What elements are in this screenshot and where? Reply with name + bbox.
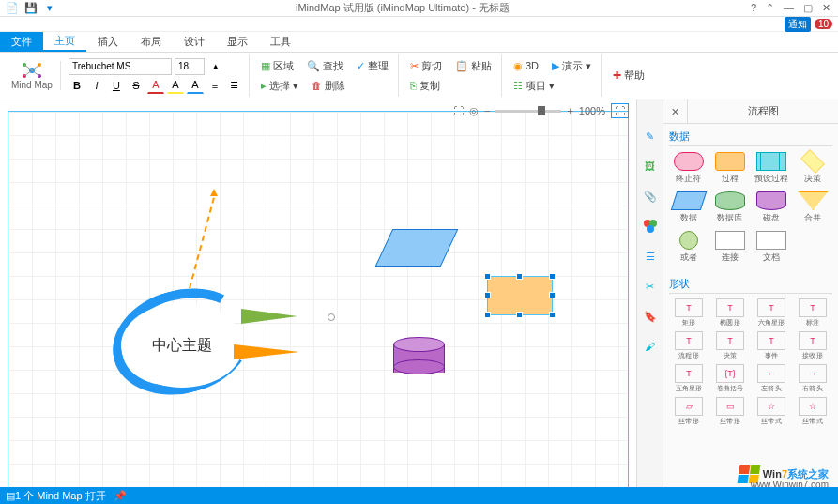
- help-icon[interactable]: ?: [751, 2, 756, 14]
- qat-dropdown-icon[interactable]: ▾: [43, 2, 56, 15]
- basic-shape-2[interactable]: T六角星形: [752, 298, 791, 328]
- shape-doc[interactable]: 文档: [753, 229, 791, 266]
- basic-shape-8[interactable]: T五角星形: [669, 363, 708, 394]
- strike-button[interactable]: S: [128, 77, 145, 94]
- clipboard-group: ✂剪切 📋粘贴 ⎘复制: [401, 54, 502, 97]
- connector-line[interactable]: [189, 197, 215, 288]
- shape-terminator[interactable]: 终止符: [669, 150, 708, 187]
- image-tool-icon[interactable]: 🖼: [642, 158, 659, 175]
- maximize-icon[interactable]: ▢: [803, 2, 813, 14]
- status-pin-icon[interactable]: 📌: [114, 490, 127, 502]
- list-button[interactable]: ≣: [226, 77, 243, 94]
- fillcolor-button[interactable]: A: [187, 77, 204, 94]
- fullscreen-icon[interactable]: ⛶: [611, 103, 629, 118]
- basic-shape-15[interactable]: ☆丝带式: [793, 396, 832, 427]
- help-button[interactable]: ✚帮助: [609, 67, 648, 84]
- highlight-button[interactable]: A: [167, 77, 184, 94]
- fontcolor-button[interactable]: A: [147, 77, 164, 94]
- copy-button[interactable]: ⎘复制: [406, 77, 444, 95]
- shape-process-rect[interactable]: [487, 276, 553, 315]
- panel-close-icon[interactable]: ✕: [663, 99, 688, 124]
- fit-icon[interactable]: ⛶: [453, 105, 464, 116]
- logo-group[interactable]: Mind Map: [4, 61, 61, 90]
- canvas[interactable]: 中心主题: [8, 111, 629, 495]
- mindmap-logo-icon: [21, 61, 43, 80]
- basic-shape-0[interactable]: T矩形: [669, 298, 708, 328]
- basic-shape-9[interactable]: {T}卷曲括号: [710, 363, 750, 394]
- zoom-out-icon[interactable]: −: [484, 105, 490, 116]
- align-button[interactable]: ≡: [206, 77, 223, 94]
- underline-button[interactable]: U: [108, 77, 125, 94]
- area-button[interactable]: ▦区域: [257, 57, 297, 75]
- font-name-input[interactable]: [69, 58, 172, 75]
- attach-tool-icon[interactable]: 📎: [642, 188, 659, 205]
- close-icon[interactable]: ✕: [822, 2, 830, 14]
- basic-shape-1[interactable]: T椭圆形: [710, 298, 750, 328]
- font-increase-icon[interactable]: ▴: [207, 58, 224, 75]
- notify-label[interactable]: 通知: [785, 17, 811, 32]
- zoom-in-icon[interactable]: +: [567, 105, 572, 116]
- notify-badge[interactable]: 10: [815, 19, 832, 29]
- shape-merge[interactable]: 合并: [794, 190, 832, 226]
- select-button[interactable]: ▸选择▾: [257, 77, 302, 95]
- tab-file[interactable]: 文件: [0, 32, 43, 52]
- paste-button[interactable]: 📋粘贴: [451, 57, 495, 75]
- shape-disk[interactable]: 磁盘: [753, 190, 791, 226]
- branch-endpoint[interactable]: [328, 313, 335, 321]
- minimize-icon[interactable]: —: [784, 2, 794, 14]
- italic-button[interactable]: I: [88, 77, 105, 94]
- tab-tools[interactable]: 工具: [259, 32, 302, 52]
- shape-onpage[interactable]: 或者: [669, 229, 708, 266]
- shape-database[interactable]: 数据库: [710, 190, 749, 226]
- bold-button[interactable]: B: [69, 77, 85, 94]
- brush-tool-icon[interactable]: 🖌: [642, 338, 659, 355]
- status-doc-icon: ▤: [6, 490, 15, 502]
- shape-predef[interactable]: 预设过程: [753, 150, 791, 187]
- tab-home[interactable]: 主页: [43, 32, 86, 52]
- save-icon[interactable]: 💾: [24, 2, 38, 15]
- present-button[interactable]: ▶演示▾: [548, 57, 595, 75]
- list-tool-icon[interactable]: ☰: [642, 248, 659, 265]
- basic-shape-3[interactable]: T标注: [793, 298, 832, 328]
- basic-shape-6[interactable]: T事件: [752, 330, 791, 361]
- shape-data[interactable]: 数据: [669, 190, 708, 226]
- cut-button[interactable]: ✂剪切: [406, 57, 446, 75]
- basic-shape-5[interactable]: T决策: [710, 330, 750, 361]
- tab-design[interactable]: 设计: [173, 32, 216, 52]
- color-tool-icon[interactable]: [642, 218, 659, 235]
- shape-process[interactable]: 过程: [710, 150, 749, 187]
- project-button[interactable]: ☷项目▾: [510, 77, 558, 95]
- branch-orange[interactable]: [234, 344, 299, 359]
- delete-button[interactable]: 🗑删除: [308, 77, 349, 95]
- tab-layout[interactable]: 布局: [130, 32, 173, 52]
- edit-tool-icon[interactable]: ✎: [642, 128, 659, 145]
- threed-button[interactable]: ◉3D: [510, 57, 542, 75]
- basic-shape-13[interactable]: ▭丝带形: [710, 396, 750, 427]
- central-topic-text[interactable]: 中心主题: [121, 303, 243, 388]
- shape-decision[interactable]: 决策: [794, 150, 832, 187]
- tab-view[interactable]: 显示: [216, 32, 259, 52]
- cut-tool-icon[interactable]: ✂: [642, 278, 659, 295]
- shape-offpage[interactable]: 连接: [710, 229, 749, 266]
- find-button[interactable]: 🔍查找: [303, 57, 347, 75]
- edit-group: ▦区域 🔍查找 ✓整理 ▸选择▾ 🗑删除: [251, 54, 399, 97]
- basic-shape-12[interactable]: ▱丝带形: [669, 396, 708, 427]
- zoom-slider[interactable]: [495, 110, 561, 113]
- new-file-icon[interactable]: 📄: [6, 2, 19, 15]
- shape-cylinder[interactable]: [393, 337, 445, 374]
- tidy-button[interactable]: ✓整理: [353, 57, 392, 75]
- basic-shape-11[interactable]: →右箭头: [793, 363, 832, 394]
- basic-shape-10[interactable]: ←左箭头: [752, 363, 791, 394]
- branch-green[interactable]: [241, 309, 297, 324]
- ribbon-toggle-icon[interactable]: ⌃: [766, 2, 774, 14]
- basic-shape-7[interactable]: T接收形: [793, 330, 832, 361]
- basic-shape-14[interactable]: ☆丝带式: [752, 396, 791, 427]
- shape-data-parallelogram[interactable]: [375, 229, 459, 267]
- svg-line-6: [32, 65, 39, 70]
- center-icon[interactable]: ◎: [469, 105, 479, 117]
- help-group: ✚帮助: [603, 54, 654, 97]
- tag-tool-icon[interactable]: 🔖: [642, 308, 659, 325]
- tab-insert[interactable]: 插入: [86, 32, 130, 52]
- font-size-input[interactable]: [175, 58, 205, 75]
- basic-shape-4[interactable]: T流程形: [669, 330, 708, 361]
